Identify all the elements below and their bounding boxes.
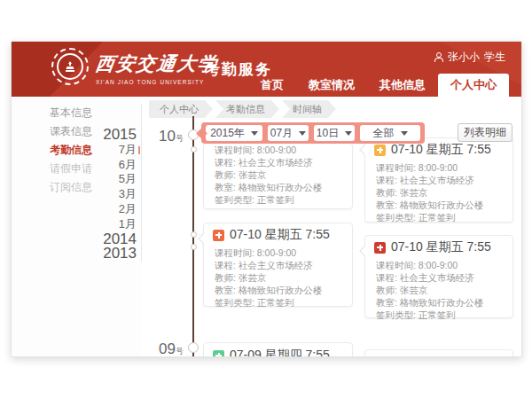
attendance-card: 07-10 星期五 7:55 课程时间: 8:00-9:00 课程: 社会主义市… — [364, 235, 513, 318]
scale-month-mar[interactable]: 3月 — [74, 187, 137, 202]
year-dropdown[interactable]: 2015年 — [206, 125, 262, 141]
sidebar-divider — [141, 104, 142, 262]
nav-item-other-info[interactable]: 其他信息 — [367, 74, 438, 97]
nav-item-home[interactable]: 首页 — [248, 74, 296, 97]
university-name-block: 西安交通大学 XI'AN JIAO TONG UNIVERSITY — [96, 51, 218, 85]
breadcrumb-attendance-info[interactable]: 考勤信息 — [215, 100, 279, 118]
filter-bubble: 2015年 07月 10日 全部 — [201, 122, 425, 144]
card-title-text: 07-10 星期五 7:55 — [391, 142, 491, 158]
scale-year-2013[interactable]: 2013 — [74, 246, 137, 262]
scale-month-may[interactable]: 5月 — [74, 172, 137, 187]
card-title-text: 07-09 星期四 7:55 — [230, 348, 330, 357]
scale-month-feb[interactable]: 2月 — [74, 202, 137, 217]
month-dropdown[interactable]: 07月 — [268, 125, 309, 141]
list-detail-button[interactable]: 列表明细 — [458, 123, 512, 142]
signin-type-icon — [213, 350, 224, 358]
signin-type-icon — [374, 145, 386, 156]
user-role: 学生 — [484, 50, 505, 65]
timeline-scale: 2015 7月 6月 5月 3月 2月 1月 2014 2013 — [74, 128, 137, 262]
card-title-text: 07-10 星期五 7:55 — [230, 227, 330, 243]
user-name: 张小小 — [448, 50, 480, 65]
breadcrumb-personal-center[interactable]: 个人中心 — [149, 100, 213, 118]
university-name-cn: 西安交通大学 — [94, 51, 220, 76]
sidebar-item-basic-info[interactable]: 基本信息 — [12, 104, 141, 122]
attendance-card: 07-10 星期五 7:55 课程时间: 8:00-9:00 课程: 社会主义市… — [203, 223, 353, 307]
attendance-card: 课程时间: 8:00-9:00 课程: 社会主义市场经济 教师: 张芸京 教室:… — [203, 143, 353, 209]
timeline-node-small-3 — [191, 244, 197, 250]
page: 西安交通大学 XI'AN JIAO TONG UNIVERSITY 考勤服务 张… — [0, 0, 532, 399]
card-title-text: 07-10 星期五 7:55 — [391, 239, 491, 255]
attendance-card — [364, 349, 513, 357]
signin-type-icon — [213, 230, 224, 241]
scale-month-jun[interactable]: 6月 — [74, 158, 137, 173]
university-logo-icon — [51, 48, 89, 85]
scale-month-jul[interactable]: 7月 — [74, 143, 137, 158]
chevron-down-icon — [345, 131, 352, 136]
app-header: 西安交通大学 XI'AN JIAO TONG UNIVERSITY 考勤服务 张… — [12, 42, 521, 97]
signin-type-icon — [374, 242, 386, 254]
person-icon — [434, 52, 443, 62]
attendance-card: 07-09 星期四 7:55 — [203, 342, 353, 357]
type-dropdown[interactable]: 全部 — [360, 125, 420, 141]
active-month-tick — [138, 146, 140, 154]
chevron-down-icon — [401, 131, 408, 136]
day-marker-09: 09号 — [152, 340, 184, 357]
chevron-down-icon — [299, 131, 306, 136]
timeline-node-day09 — [188, 342, 199, 353]
user-menu[interactable]: 张小小 学生 — [434, 50, 505, 65]
day-marker-10: 10号 — [152, 128, 184, 145]
university-name-en: XI'AN JIAO TONG UNIVERSITY — [96, 79, 218, 85]
breadcrumb-timeline[interactable]: 时间轴 — [282, 100, 336, 118]
timeline-node-small-1 — [191, 146, 197, 153]
chevron-down-icon — [251, 131, 258, 136]
scale-year-2015[interactable]: 2015 — [74, 128, 137, 143]
main-nav: 首页 教室情况 其他信息 个人中心 — [248, 74, 509, 97]
attendance-card: 07-10 星期五 7:55 课程时间: 8:00-9:00 课程: 社会主义市… — [364, 137, 513, 223]
nav-item-classrooms[interactable]: 教室情况 — [296, 74, 367, 97]
breadcrumb: 个人中心 考勤信息 时间轴 — [149, 100, 339, 118]
day-dropdown[interactable]: 10日 — [314, 125, 355, 141]
app-window: 西安交通大学 XI'AN JIAO TONG UNIVERSITY 考勤服务 张… — [11, 41, 522, 357]
timeline-node-small-2 — [191, 231, 197, 238]
nav-item-personal-center[interactable]: 个人中心 — [438, 74, 509, 97]
